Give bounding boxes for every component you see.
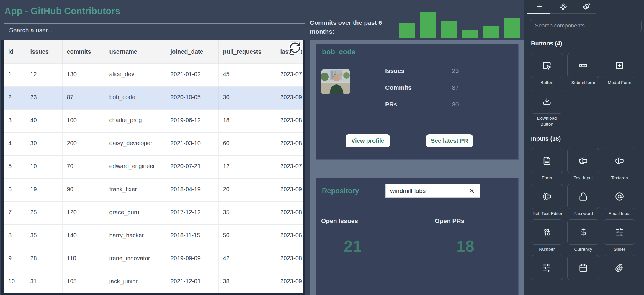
component-tile[interactable] (531, 255, 563, 280)
table-cell: 120 (62, 202, 105, 225)
table-body: 112130alice_dev2021-01-02452023-0722387b… (4, 64, 305, 294)
component-card-sliders[interactable] (531, 255, 563, 288)
component-label: Rich Text Editor (532, 211, 563, 217)
table-row[interactable]: 112130alice_dev2021-01-02452023-07 (4, 64, 305, 87)
component-tile[interactable] (567, 219, 599, 245)
commits-chart-label: Commits over the past 6 months: (310, 18, 401, 36)
table-cell: alice_dev (105, 64, 166, 87)
table-cell: 2023-09 (276, 87, 305, 110)
table-row[interactable]: 928110irene_innovator2019-09-09422023-08 (4, 248, 305, 271)
component-tile[interactable] (531, 219, 563, 245)
table-cell: 28 (26, 248, 62, 271)
view-profile-button[interactable]: View profile (346, 134, 390, 147)
table-cell: 2017-12-12 (166, 202, 218, 225)
refresh-icon (289, 42, 301, 54)
table-cell: grace_guru (105, 202, 166, 225)
column-header-username[interactable]: username (105, 40, 166, 64)
table-row[interactable]: 430200daisy_developer2021-03-10602023-08 (4, 133, 305, 156)
component-tile[interactable] (531, 148, 563, 173)
sidebar-tabs (524, 0, 644, 14)
submit-form-icon (579, 61, 588, 70)
column-header-issues[interactable]: issues (26, 40, 62, 64)
table-cell: 100 (62, 110, 105, 133)
stat-row-commits: Commits87 (385, 84, 459, 91)
component-card-text-input[interactable]: Text Input (567, 148, 599, 181)
table-cell: edward_engineer (105, 156, 166, 179)
stat-label: PRs (385, 101, 452, 108)
component-tile[interactable] (604, 148, 635, 173)
component-tile[interactable] (604, 219, 635, 245)
component-tile[interactable] (604, 53, 635, 78)
component-tile[interactable] (567, 148, 599, 173)
table-cell: 110 (62, 248, 105, 271)
component-card-textarea[interactable]: Textarea (604, 148, 635, 181)
component-tile[interactable] (567, 53, 599, 78)
table-cell: 70 (62, 156, 105, 179)
table-cell: 140 (62, 225, 105, 248)
table-cell: 35 (218, 202, 276, 225)
component-card-modal-form[interactable]: Modal Form (604, 53, 635, 86)
column-header-id[interactable]: id (4, 40, 26, 64)
commit-bar (420, 12, 436, 38)
component-card-download-button[interactable]: Download Button (531, 88, 563, 127)
repository-input[interactable] (390, 187, 468, 194)
column-header-pull_requests[interactable]: pull_requests (218, 40, 276, 64)
commit-bar (399, 23, 415, 38)
table-cell: 40 (26, 110, 62, 133)
component-card-currency[interactable]: Currency (567, 219, 599, 252)
component-card-paperclip[interactable] (604, 255, 635, 288)
table-cell: 2 (4, 87, 26, 110)
search-user-input[interactable] (4, 23, 305, 37)
table-row[interactable]: 51070edward_engineer2020-07-21122023-07 (4, 156, 305, 179)
component-tile[interactable] (604, 184, 635, 209)
search-components-input[interactable] (530, 19, 642, 32)
table-cell: 2023-08 (276, 110, 305, 133)
component-tile[interactable] (604, 255, 635, 280)
table-cell: 50 (218, 225, 276, 248)
table-row[interactable]: 340100charlie_prog2019-06-12182023-08 (4, 110, 305, 133)
tab-styling[interactable] (583, 3, 590, 11)
table-cell: 18 (218, 110, 276, 133)
table-row[interactable]: 1031105jack_junior2021-12-01382023-09 (4, 271, 305, 294)
table-row[interactable]: 22387bob_code2020-10-05302023-09 (4, 87, 305, 110)
section-title: Buttons (4) (531, 40, 639, 47)
component-card-password[interactable]: Password (567, 184, 599, 217)
profile-card-title: bob_code (322, 48, 355, 56)
square-mouse-pointer-icon (542, 61, 551, 70)
clear-input-icon[interactable] (468, 187, 475, 194)
component-card-submit-form[interactable]: Submit form (567, 53, 599, 86)
components-icon (559, 3, 567, 11)
component-tile[interactable] (531, 53, 563, 78)
open-prs-value: 18 (445, 237, 486, 255)
component-grid: FormText InputTextareaRich Text EditorPa… (531, 148, 639, 288)
commit-bar (504, 18, 520, 38)
component-tile[interactable] (567, 184, 599, 209)
plus-icon (536, 3, 544, 11)
table-cell: 42 (218, 248, 276, 271)
component-tile[interactable] (567, 255, 599, 280)
tab-components[interactable] (559, 3, 567, 11)
component-card-button[interactable]: Button (531, 53, 563, 86)
component-tile[interactable] (531, 88, 563, 114)
component-card-slider[interactable]: Slider (604, 219, 635, 252)
component-card-calendar[interactable] (567, 255, 599, 288)
table-row[interactable]: 725120grace_guru2017-12-12352023-08 (4, 202, 305, 225)
component-card-email-input[interactable]: Email Input (604, 184, 635, 217)
component-card-number[interactable]: Number (531, 219, 563, 252)
table-row[interactable]: 61990frank_fixer2018-04-19202023-09 (4, 179, 305, 202)
refresh-table-button[interactable] (289, 41, 301, 54)
table-cell: 19 (26, 179, 62, 202)
column-header-commits[interactable]: commits (62, 40, 105, 64)
profile-card: bob_code Issues23Commits87PRs3 (316, 44, 519, 160)
table-cell: 5 (4, 156, 26, 179)
component-tile[interactable] (531, 184, 563, 209)
component-card-form[interactable]: Form (531, 148, 563, 181)
commits-chart-label-line1: Commits over the past 6 (310, 18, 401, 27)
component-card-rich-text-editor[interactable]: Rich Text Editor (531, 184, 563, 217)
column-header-joined_date[interactable]: joined_date (166, 40, 218, 64)
table-row[interactable]: 835140harry_hacker2018-11-15502023-06 (4, 225, 305, 248)
table-cell: 2018-11-15 (166, 225, 218, 248)
table-cell: 7 (4, 202, 26, 225)
tab-add-component[interactable] (536, 3, 544, 11)
see-latest-pr-button[interactable]: See latest PR (426, 134, 473, 147)
